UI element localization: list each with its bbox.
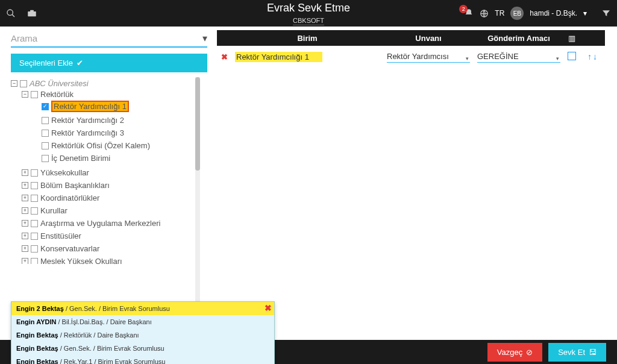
purpose-select[interactable]: GEREĞİNE	[477, 51, 560, 63]
collapse-icon[interactable]: −	[11, 80, 17, 87]
tree-node[interactable]: Rektör Yardımcılığı 3	[51, 128, 124, 137]
expand-icon[interactable]: +	[22, 220, 28, 227]
chevron-down-icon[interactable]: ▾	[202, 33, 207, 44]
tree-node[interactable]: Enstitüsüler	[40, 231, 81, 240]
tree-node[interactable]: Konservatuvarlar	[40, 244, 99, 253]
checkbox[interactable]	[31, 207, 38, 215]
col-unit: Birim	[231, 34, 383, 43]
page-title: Evrak Sevk Etme	[267, 2, 350, 14]
col-purpose: Gönderim Amacı	[474, 34, 564, 43]
tree-node[interactable]: Kurullar	[40, 206, 67, 215]
new-doc-icon[interactable]: ▥	[568, 34, 575, 43]
checkbox[interactable]	[42, 142, 49, 149]
svg-rect-2	[28, 11, 36, 16]
tree-root[interactable]: ABC Üniversitesi	[30, 79, 89, 88]
unit-tree[interactable]: −ABC Üniversitesi −Rektörlük Rektör Yard…	[11, 77, 207, 264]
unit-search[interactable]: Arama ▾	[11, 31, 207, 48]
check-icon: ✔	[77, 58, 83, 67]
checkbox[interactable]	[31, 91, 38, 98]
checkbox[interactable]	[31, 245, 38, 253]
expand-icon[interactable]: +	[22, 245, 28, 252]
expand-icon[interactable]: +	[22, 233, 28, 239]
checkbox[interactable]	[20, 80, 27, 87]
tree-node-selected[interactable]: Rektör Yardımcılığı 1	[51, 101, 129, 112]
autocomplete-option[interactable]: Engin Bektaş / Rektörlük / Daire Başkanı	[11, 328, 274, 342]
checkbox-checked[interactable]	[42, 103, 49, 110]
tree-node[interactable]: Meslek Yüksek Okulları	[40, 257, 122, 264]
expand-icon[interactable]: +	[22, 207, 28, 214]
svg-rect-3	[30, 10, 34, 11]
user-label[interactable]: hamdi - D.Bşk.	[530, 9, 577, 17]
expand-icon[interactable]: +	[22, 169, 28, 176]
briefcase-icon[interactable]	[27, 8, 37, 19]
submit-button[interactable]: Sevk Et 🖫	[548, 343, 606, 362]
move-down-icon[interactable]: ↓	[593, 52, 597, 61]
tree-node[interactable]: İç Denetim Birimi	[51, 154, 110, 163]
globe-icon[interactable]	[480, 9, 489, 18]
checkbox[interactable]	[31, 233, 38, 240]
cancel-label: Vazgeç	[497, 348, 522, 357]
person-autocomplete: ✖ Engin 2 Bektaş / Gen.Sek. / Birim Evra…	[11, 301, 275, 364]
unit-search-label: Arama	[11, 33, 37, 43]
tree-node[interactable]: Rektör Yardımcılığı 2	[51, 116, 124, 125]
col-title: Unvanı	[383, 34, 474, 43]
tree-node[interactable]: Rektörlük Ofisi (Özel Kalem)	[51, 141, 150, 150]
checkbox[interactable]	[31, 169, 38, 177]
cancel-button[interactable]: Vazgeç ⊘	[487, 343, 542, 362]
svg-point-0	[7, 10, 13, 15]
expand-icon[interactable]: +	[22, 195, 28, 201]
autocomplete-option[interactable]: Engin 2 Bektaş / Gen.Sek. / Birim Evrak …	[11, 302, 274, 315]
checkbox[interactable]	[31, 182, 38, 189]
autocomplete-option[interactable]: Engin Bektaş / Rek.Yar.1 / Birim Evrak S…	[11, 355, 274, 364]
tree-node[interactable]: Rektörlük	[40, 90, 74, 99]
submit-label: Sevk Et	[558, 348, 585, 357]
page-subtitle: CBKSOFT	[293, 17, 324, 25]
tree-node[interactable]: Yüksekokullar	[40, 168, 89, 177]
notification-bell-icon[interactable]: 2	[464, 8, 474, 18]
app-header: Evrak Sevk Etme CBKSOFT 2 TR EB hamdi - …	[0, 0, 617, 27]
tree-vertical-scrollbar[interactable]	[195, 77, 200, 327]
remove-row-icon[interactable]: ✖	[221, 52, 228, 61]
expand-icon[interactable]: +	[22, 258, 28, 264]
autocomplete-option[interactable]: Engin AYDIN / Bil.İşl.Dai.Baş. / Daire B…	[11, 315, 274, 328]
save-icon: 🖫	[589, 348, 597, 357]
move-up-icon[interactable]: ↑	[587, 52, 592, 61]
close-icon[interactable]: ✖	[265, 303, 272, 313]
collapse-icon[interactable]: −	[22, 91, 28, 98]
grid-header: Birim Unvanı Gönderim Amacı ▥	[217, 30, 605, 46]
note-checkbox[interactable]	[568, 52, 576, 60]
checkbox[interactable]	[42, 117, 49, 124]
checkbox[interactable]	[31, 220, 38, 227]
tree-node[interactable]: Araştırma ve Uygulama Merkezleri	[40, 219, 160, 228]
expand-icon[interactable]: +	[22, 182, 28, 189]
title-select[interactable]: Rektör Yardımcısı	[387, 51, 470, 63]
chevron-down-icon[interactable]: ▾	[583, 9, 587, 17]
tree-node[interactable]: Bölüm Başkanlıkları	[40, 181, 110, 190]
search-icon[interactable]	[6, 8, 16, 18]
filter-icon[interactable]	[601, 8, 611, 18]
checkbox[interactable]	[31, 258, 38, 265]
lang-label[interactable]: TR	[495, 9, 504, 17]
checkbox[interactable]	[42, 155, 49, 162]
add-selected-button[interactable]: Seçilenleri Ekle ✔	[11, 54, 207, 72]
tree-node[interactable]: Koordinatörlükler	[40, 193, 99, 202]
table-row: ✖ Rektör Yardımcılığı 1 Rektör Yardımcıs…	[217, 46, 605, 67]
checkbox[interactable]	[42, 130, 49, 137]
checkbox[interactable]	[31, 195, 38, 202]
add-selected-label: Seçilenleri Ekle	[19, 58, 73, 67]
row-unit: Rektör Yardımcılığı 1	[235, 52, 322, 62]
avatar[interactable]: EB	[510, 7, 524, 20]
autocomplete-option[interactable]: Engin Bektaş / Gen.Sek. / Birim Evrak So…	[11, 342, 274, 355]
svg-line-1	[12, 14, 14, 17]
cancel-icon: ⊘	[526, 348, 533, 357]
